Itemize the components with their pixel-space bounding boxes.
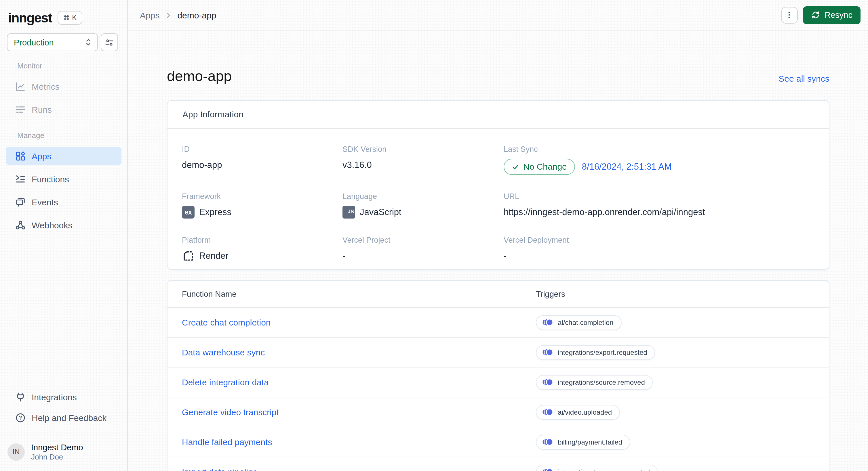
user-name: John Doe: [31, 452, 83, 462]
app-actions-menu-button[interactable]: [781, 7, 798, 23]
user-menu[interactable]: IN Inngest Demo John Doe: [0, 434, 127, 463]
functions-table-header: Function Name Triggers: [167, 281, 829, 307]
sidebar-item-webhooks[interactable]: Webhooks: [6, 216, 121, 234]
language-name: JavaScript: [360, 206, 401, 218]
table-row: Create chat completion ai/chat.completio…: [167, 307, 829, 337]
environment-filter-button[interactable]: [101, 33, 118, 51]
app-information-grid: ID demo-app SDK Version v3.16.0 Last Syn…: [167, 129, 829, 269]
event-trigger-icon: [542, 378, 553, 386]
plug-icon: [15, 391, 26, 402]
command-k-shortcut[interactable]: ⌘ K: [58, 11, 82, 25]
breadcrumb: Apps demo-app: [140, 10, 216, 20]
sidebar-item-label: Functions: [32, 174, 69, 184]
topbar: Apps demo-app Resync: [128, 0, 868, 31]
field-language: Language JS JavaScript: [342, 192, 504, 218]
sidebar-item-apps[interactable]: Apps: [6, 147, 121, 165]
functions-icon: [15, 173, 26, 184]
webhook-icon: [15, 220, 26, 230]
app-root: inngest ⌘ K Production Monitor Metrics: [0, 0, 868, 471]
trigger-name: ai/video.uploaded: [558, 408, 612, 416]
field-label: Vercel Deployment: [504, 235, 814, 245]
field-value: -: [504, 249, 814, 262]
field-last-sync: Last Sync No Change 8/16/2024, 2:51:31 A…: [504, 144, 814, 175]
function-link[interactable]: Data warehouse sync: [182, 347, 536, 357]
trigger-badge: integrations/source.removed: [536, 375, 653, 390]
resync-button[interactable]: Resync: [803, 6, 861, 24]
page-title: demo-app: [167, 67, 232, 85]
field-value: JS JavaScript: [342, 206, 504, 218]
field-label: ID: [182, 144, 342, 154]
framework-name: Express: [199, 206, 231, 218]
function-link[interactable]: Generate video transcript: [182, 407, 536, 417]
breadcrumb-apps[interactable]: Apps: [140, 10, 159, 20]
section-label-manage: Manage: [17, 131, 127, 140]
sync-icon: [811, 10, 820, 20]
sync-status-label: No Change: [523, 161, 567, 172]
sidebar-item-label: Metrics: [32, 81, 60, 91]
event-trigger-icon: [542, 438, 553, 446]
field-framework: Framework ex Express: [182, 192, 342, 218]
function-link[interactable]: Delete integration data: [182, 377, 536, 387]
function-link[interactable]: Handle failed payments: [182, 437, 536, 447]
sidebar-item-label: Events: [32, 197, 58, 207]
field-label: Vercel Project: [342, 235, 504, 245]
main-area: Apps demo-app Resync: [128, 0, 868, 471]
user-info: Inngest Demo John Doe: [31, 442, 83, 462]
sidebar-item-label: Runs: [32, 104, 52, 114]
function-link[interactable]: Create chat completion: [182, 317, 536, 327]
field-label: SDK Version: [342, 144, 504, 154]
trigger-badge: integrations/export.requested: [536, 345, 655, 360]
table-row: Generate video transcript ai/video.uploa…: [167, 397, 829, 427]
apps-grid-icon: [15, 150, 26, 161]
sidebar: inngest ⌘ K Production Monitor Metrics: [0, 0, 128, 471]
no-change-badge: No Change: [504, 159, 575, 175]
sidebar-item-runs[interactable]: Runs: [6, 100, 121, 119]
field-url: URL https://inngest-demo-app.onrender.co…: [504, 192, 814, 218]
check-icon: [512, 163, 519, 170]
inngest-logo: inngest: [8, 10, 52, 26]
trigger-name: integrations/source.removed: [558, 378, 645, 386]
sidebar-item-label: Apps: [32, 151, 51, 161]
event-trigger-icon: [542, 408, 553, 416]
sidebar-item-integrations[interactable]: Integrations: [6, 388, 121, 406]
last-sync-time-link[interactable]: 8/16/2024, 2:51:31 AM: [582, 162, 672, 172]
sidebar-item-metrics[interactable]: Metrics: [6, 77, 121, 96]
trigger-badge: integrations/source.connected: [536, 464, 658, 471]
topbar-actions: Resync: [781, 6, 861, 24]
render-icon: [182, 249, 194, 262]
sidebar-item-events[interactable]: Events: [6, 193, 121, 211]
trigger-name: integrations/export.requested: [558, 348, 647, 356]
trigger-name: billing/payment.failed: [558, 438, 622, 446]
function-link[interactable]: Import data pipeline: [182, 467, 536, 471]
field-label: URL: [504, 192, 814, 201]
sidebar-item-label: Help and Feedback: [32, 413, 106, 423]
sliders-icon: [105, 38, 114, 47]
sidebar-item-help[interactable]: ? Help and Feedback: [6, 408, 121, 427]
field-label: Last Sync: [504, 144, 814, 154]
last-sync-value: No Change 8/16/2024, 2:51:31 AM: [504, 159, 814, 175]
field-vercel-project: Vercel Project -: [342, 235, 504, 262]
trigger-name: integrations/source.connected: [558, 468, 650, 471]
table-row: Data warehouse sync integrations/export.…: [167, 337, 829, 367]
field-platform: Platform Render: [182, 235, 342, 262]
runs-icon: [15, 104, 26, 115]
breadcrumb-current: demo-app: [177, 10, 216, 20]
see-all-syncs-link[interactable]: See all syncs: [778, 73, 830, 85]
events-icon: [15, 196, 26, 207]
sidebar-item-functions[interactable]: Functions: [6, 170, 121, 188]
field-label: Platform: [182, 235, 342, 245]
page-content: demo-app See all syncs App Information I…: [128, 31, 868, 471]
trigger-badge: ai/chat.completion: [536, 315, 621, 330]
chevron-right-icon: [165, 11, 172, 19]
platform-name: Render: [199, 249, 228, 262]
sidebar-item-label: Integrations: [32, 392, 77, 402]
resync-label: Resync: [825, 10, 852, 20]
field-id: ID demo-app: [182, 144, 342, 175]
chevron-updown-icon: [84, 38, 93, 46]
environment-selector[interactable]: Production: [7, 33, 98, 51]
field-value: -: [342, 249, 504, 262]
field-value: demo-app: [182, 159, 342, 171]
javascript-icon: JS: [342, 206, 355, 218]
functions-card: Function Name Triggers Create chat compl…: [167, 280, 830, 471]
field-label: Language: [342, 192, 504, 201]
